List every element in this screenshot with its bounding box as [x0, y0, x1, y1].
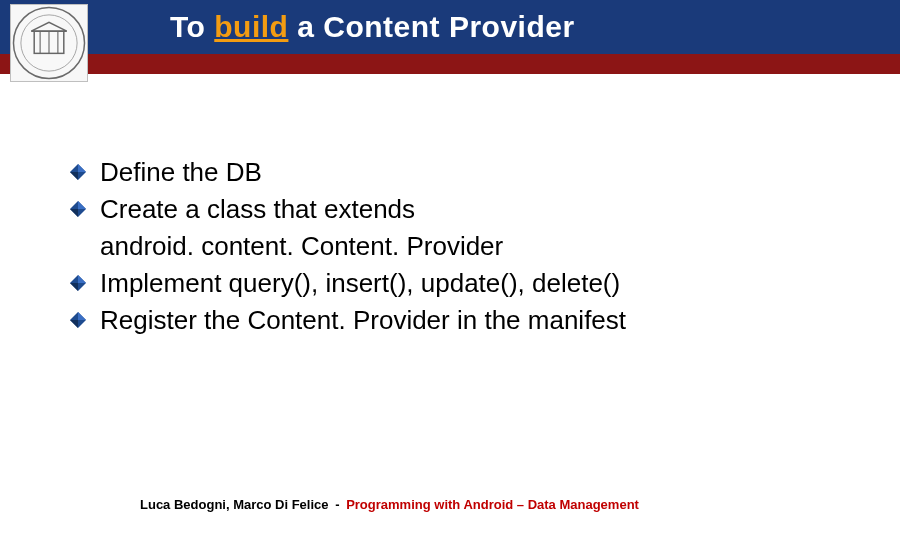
svg-marker-17: [78, 312, 86, 320]
footer-authors: Luca Bedogni, Marco Di Felice: [140, 497, 329, 512]
svg-marker-9: [70, 172, 78, 180]
bullet-text: android. content. Content. Provider: [100, 231, 503, 261]
diamond-bullet-icon: [70, 275, 86, 291]
svg-marker-14: [78, 275, 86, 283]
diamond-bullet-icon: [70, 201, 86, 217]
list-item: Implement query(), insert(), update(), d…: [70, 266, 850, 301]
list-item: Create a class that extends: [70, 192, 850, 227]
svg-marker-8: [78, 164, 86, 172]
slide: To build a Content Provider Define the D…: [0, 0, 900, 540]
title-highlight-text: build: [214, 10, 288, 43]
footer-course: Programming with Android – Data Manageme…: [346, 497, 639, 512]
slide-title: To build a Content Provider: [170, 10, 575, 44]
header-red-bar: [0, 54, 900, 74]
bullet-text: Implement query(), insert(), update(), d…: [100, 268, 620, 298]
bullet-text: Register the Content. Provider in the ma…: [100, 305, 626, 335]
svg-marker-12: [70, 209, 78, 217]
bullet-list: Define the DB Create a class that extend…: [70, 155, 850, 340]
footer-separator: -: [335, 497, 339, 512]
list-item: Register the Content. Provider in the ma…: [70, 303, 850, 338]
slide-footer: Luca Bedogni, Marco Di Felice - Programm…: [140, 497, 639, 512]
title-post-text: a Content Provider: [288, 10, 574, 43]
bullet-text: Create a class that extends: [100, 194, 415, 224]
diamond-bullet-icon: [70, 164, 86, 180]
svg-marker-15: [70, 283, 78, 291]
list-item: Define the DB: [70, 155, 850, 190]
diamond-bullet-icon: [70, 312, 86, 328]
title-pre-text: To: [170, 10, 214, 43]
bullet-continuation: android. content. Content. Provider: [70, 229, 850, 264]
svg-marker-11: [78, 201, 86, 209]
university-seal-icon: [10, 4, 88, 82]
svg-marker-18: [70, 320, 78, 328]
bullet-text: Define the DB: [100, 157, 262, 187]
